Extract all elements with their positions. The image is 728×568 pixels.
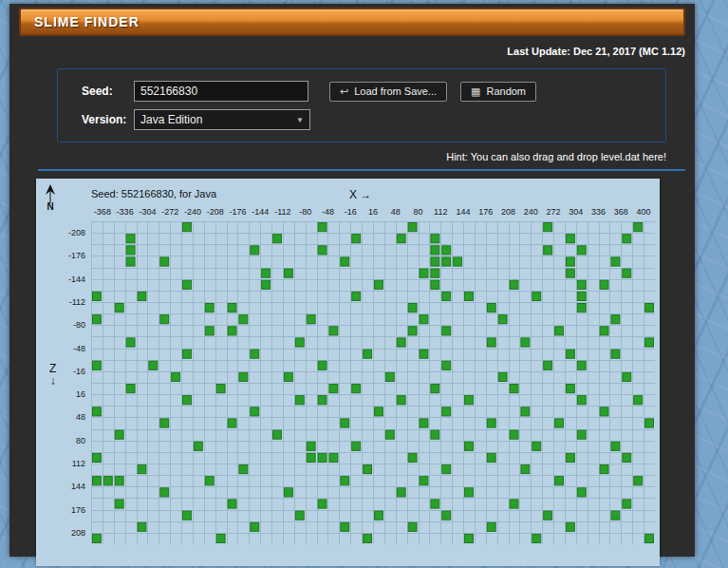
z-tick-label: 112 [72,459,85,468]
page-background: SLIME FINDER Last Update: Dec 21, 2017 (… [0,0,728,568]
load-from-save-label: Load from Save... [354,85,437,97]
app-title: SLIME FINDER [21,14,140,29]
load-from-save-icon: ↩ [340,85,348,98]
divider [38,169,685,171]
x-tick-label: 272 [547,207,561,217]
slime-map-canvas[interactable] [91,221,655,544]
x-tick-label: 368 [614,207,628,217]
x-tick-label: -48 [322,207,334,217]
x-tick-label: -176 [229,207,246,217]
z-tick-label: 208 [71,528,85,538]
map-seed-caption: Seed: 552166830, for Java [91,188,216,199]
z-tick-label: -112 [69,297,85,307]
x-tick-label: 144 [457,207,471,217]
z-tick-label: -144 [68,275,85,284]
seed-label: Seed: [82,85,134,98]
version-select[interactable]: Java Edition ▼ [134,109,310,130]
version-value: Java Edition [140,113,202,126]
x-tick-label: -304 [139,207,156,217]
x-tick-label: -144 [252,207,269,217]
z-tick-label: 48 [76,412,85,422]
z-tick-label: 144 [71,482,85,491]
z-tick-label: -208 [68,228,85,237]
chevron-down-icon: ▼ [296,116,304,124]
x-tick-label: -112 [274,207,290,217]
version-row: Version: Java Edition ▼ [82,109,665,130]
z-tick-label: -176 [68,251,85,260]
x-tick-label: -336 [117,207,134,217]
x-tick-label: 336 [591,207,606,217]
x-tick-label: 176 [478,207,493,217]
x-tick-label: -368 [94,207,111,217]
seed-input[interactable] [134,81,308,102]
x-tick-label: 112 [434,207,447,217]
x-tick-label: -16 [345,207,357,217]
x-tick-label: 16 [368,207,378,217]
x-tick-label: 208 [501,207,515,217]
z-tick-label: 80 [76,436,85,445]
hint-text: Hint: You can also drag and drop level.d… [9,151,666,162]
compass-north-icon: N [44,184,57,212]
seed-form: Seed: ↩ Load from Save... ▦ Random Versi… [57,68,666,142]
random-dice-icon: ▦ [471,85,480,98]
x-axis-title: X → [349,188,371,201]
x-tick-label: 304 [569,207,583,217]
load-from-save-button[interactable]: ↩ Load from Save... [329,82,447,102]
last-update-text: Last Update: Dec 21, 2017 (MC 1.12) [9,46,685,57]
z-tick-label: -48 [73,344,85,353]
z-tick-label: -80 [73,320,85,330]
x-tick-label: 240 [524,207,538,217]
seed-row: Seed: ↩ Load from Save... ▦ Random [82,81,665,102]
z-axis-arrow-icon: ↓ [49,375,56,388]
z-tick-label: 176 [71,505,85,515]
app-panel: SLIME FINDER Last Update: Dec 21, 2017 (… [9,4,695,557]
z-axis-title: Z ↓ [49,363,56,388]
random-label: Random [486,85,526,97]
random-button[interactable]: ▦ Random [460,82,536,102]
z-tick-label: 16 [76,389,85,399]
app-title-bar: SLIME FINDER [19,8,685,36]
x-tick-label: -240 [184,207,201,217]
x-tick-label: -80 [299,207,311,217]
x-tick-label: -208 [207,207,224,217]
x-tick-label: 48 [391,207,401,217]
x-tick-label: 80 [414,207,423,217]
z-tick-label: -16 [73,367,85,376]
slime-map-panel: N Seed: 552166830, for Java X → Z ↓ -368… [36,179,660,566]
x-tick-label: 400 [637,207,651,217]
x-tick-label: -272 [161,207,178,217]
compass-letter: N [47,201,53,212]
version-label: Version: [82,113,134,126]
